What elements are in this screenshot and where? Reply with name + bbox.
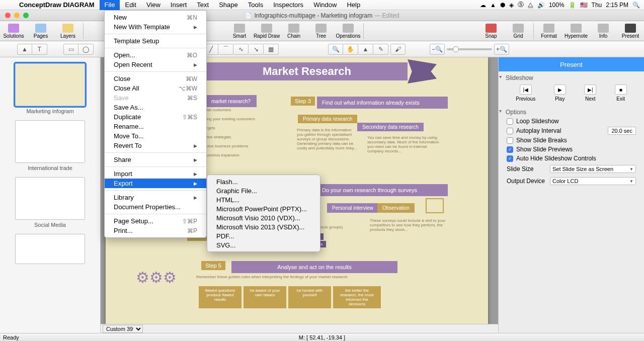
- pages-button[interactable]: Pages: [27, 22, 54, 41]
- export-menu-item[interactable]: SVG...: [207, 240, 320, 249]
- previous-button[interactable]: |◀Previous: [516, 84, 535, 102]
- export-menu-item[interactable]: Flash...: [207, 177, 320, 186]
- spline-tool[interactable]: ∿: [233, 44, 249, 55]
- rule-shape[interactable]: flawed questions produce flawed results: [199, 286, 242, 308]
- shield-icon[interactable]: ⬢: [500, 2, 505, 9]
- connector-tool[interactable]: ↘: [249, 44, 264, 55]
- arc-tool[interactable]: ⌒: [218, 44, 233, 55]
- export-menu-item[interactable]: Microsoft PowerPoint (PPTX)...: [207, 204, 320, 213]
- fill-tool[interactable]: ▲: [358, 44, 373, 55]
- cloud-icon[interactable]: ☁: [480, 2, 486, 9]
- menu-edit[interactable]: Edit: [120, 0, 141, 10]
- brush-tool[interactable]: 🖌: [390, 44, 406, 55]
- arrow-shape[interactable]: Find out what information already exists: [317, 97, 448, 109]
- file-menu-item[interactable]: Page Setup...⇧⌘P: [105, 216, 206, 226]
- page-thumbnail[interactable]: [15, 177, 85, 220]
- eyedropper-tool[interactable]: ✎: [373, 44, 388, 55]
- menu-window[interactable]: Window: [308, 0, 342, 10]
- zoom-slider[interactable]: [447, 48, 492, 50]
- smart-button[interactable]: Smart: [226, 22, 253, 41]
- clip-tool[interactable]: ▦: [264, 44, 279, 55]
- tree-button[interactable]: Tree: [307, 22, 335, 41]
- step-tag[interactable]: Step 5: [201, 261, 225, 270]
- wifi-icon[interactable]: ⧋: [528, 2, 533, 9]
- rule-shape[interactable]: be aware of your own biases: [244, 286, 286, 308]
- file-menu-item[interactable]: Duplicate⇧⌘S: [105, 112, 206, 122]
- file-menu-item[interactable]: Save As...: [105, 103, 206, 112]
- menu-tools[interactable]: Tools: [243, 0, 268, 10]
- file-menu-item[interactable]: Open Recent: [105, 60, 206, 69]
- file-menu-item[interactable]: Revert To: [105, 141, 206, 150]
- export-menu-item[interactable]: Graphic File...: [207, 186, 320, 195]
- solutions-button[interactable]: Solutions: [0, 22, 27, 41]
- pointer-tool[interactable]: ▲: [17, 44, 32, 55]
- hypernote-button[interactable]: Hypernote: [562, 22, 590, 41]
- arrow-shape[interactable]: Analyse and act on the results: [231, 261, 397, 273]
- file-menu-item[interactable]: Share: [105, 155, 206, 164]
- tag-shape[interactable]: Observation: [377, 203, 415, 213]
- menu-insert[interactable]: Insert: [166, 0, 192, 10]
- menu-inspectors[interactable]: Inspectors: [268, 0, 308, 10]
- zoom-in-button[interactable]: +🔍: [494, 44, 509, 55]
- clock-time[interactable]: 2:15 PM: [606, 2, 628, 9]
- file-menu-item[interactable]: Library: [105, 193, 206, 202]
- output-device-select[interactable]: Color LCD▼: [550, 177, 636, 185]
- tag-shape[interactable]: Secondary data research: [357, 123, 424, 131]
- rule-shape[interactable]: be honest with yourself: [288, 286, 331, 308]
- info-button[interactable]: Info: [590, 22, 617, 41]
- file-menu-item[interactable]: Move To...: [105, 131, 206, 141]
- autoplay-checkbox[interactable]: [507, 128, 513, 134]
- page-thumbnail[interactable]: [15, 234, 85, 264]
- dropbox-icon[interactable]: ◈: [509, 2, 514, 9]
- file-menu-item[interactable]: Close⌘W: [105, 74, 206, 83]
- step-tag[interactable]: Step 3: [291, 97, 315, 106]
- file-menu-item[interactable]: Open...⌘O: [105, 50, 206, 60]
- options-section[interactable]: Options: [499, 106, 644, 117]
- app-name[interactable]: ConceptDraw DIAGRAM: [14, 1, 100, 9]
- rapid-draw-button[interactable]: Rapid Draw: [253, 22, 280, 41]
- flag-icon[interactable]: 🇺🇸: [580, 2, 588, 9]
- text-tool[interactable]: T: [32, 44, 47, 55]
- next-button[interactable]: ▶|Next: [584, 84, 596, 102]
- slideshow-section[interactable]: Slideshow: [499, 71, 644, 82]
- menu-shape[interactable]: Shape: [214, 0, 243, 10]
- battery-icon[interactable]: 🔋: [569, 2, 576, 9]
- menu-file[interactable]: File: [100, 0, 120, 10]
- format-button[interactable]: Format: [535, 22, 562, 41]
- file-menu-item[interactable]: New With Template: [105, 22, 206, 32]
- export-menu-item[interactable]: PDF...: [207, 231, 320, 240]
- slide-size-select[interactable]: Set Slide Size as Screen▼: [550, 165, 636, 173]
- page-thumbnail[interactable]: [15, 63, 85, 106]
- loop-checkbox[interactable]: [507, 118, 513, 125]
- file-menu-item[interactable]: Rename...: [105, 122, 206, 131]
- clock-day[interactable]: Thu: [592, 2, 602, 9]
- tag-shape[interactable]: Primary data research: [298, 115, 357, 123]
- spotlight-icon[interactable]: 🔍: [632, 2, 640, 9]
- zoom-window-button[interactable]: [23, 13, 29, 18]
- snap-button[interactable]: Snap: [477, 22, 505, 41]
- rect-tool[interactable]: ▭: [63, 44, 78, 55]
- minimize-window-button[interactable]: [14, 13, 20, 18]
- layers-button[interactable]: Layers: [54, 22, 82, 41]
- slide-breaks-checkbox[interactable]: [507, 137, 513, 144]
- rule-shape[interactable]: the better the research, the more inform…: [333, 286, 381, 308]
- text-shape[interactable]: market research?: [206, 95, 257, 107]
- file-menu-item[interactable]: Close All⌥⌘W: [105, 83, 206, 93]
- file-menu-item[interactable]: Export: [105, 179, 206, 188]
- hand-tool[interactable]: ✋: [343, 44, 358, 55]
- grid-button[interactable]: Grid: [505, 22, 532, 41]
- volume-icon[interactable]: 🔊: [537, 2, 545, 9]
- file-menu-item[interactable]: Import: [105, 169, 206, 179]
- export-menu-item[interactable]: Microsoft Visio 2010 (VDX)...: [207, 213, 320, 222]
- file-menu-item[interactable]: Print...⌘P: [105, 226, 206, 235]
- auto-hide-checkbox[interactable]: ✓: [507, 155, 513, 162]
- zoom-out-button[interactable]: −🔍: [430, 44, 445, 55]
- close-window-button[interactable]: [5, 13, 11, 18]
- file-menu-item[interactable]: Template Setup: [105, 36, 206, 46]
- tag-shape[interactable]: Personal interview: [327, 203, 378, 213]
- present-button[interactable]: Present: [617, 22, 644, 41]
- exit-button[interactable]: ■Exit: [615, 84, 627, 102]
- operations-button[interactable]: Operations: [335, 22, 362, 41]
- page-thumbnail[interactable]: [15, 120, 85, 163]
- vlc-icon[interactable]: ▲: [490, 2, 496, 9]
